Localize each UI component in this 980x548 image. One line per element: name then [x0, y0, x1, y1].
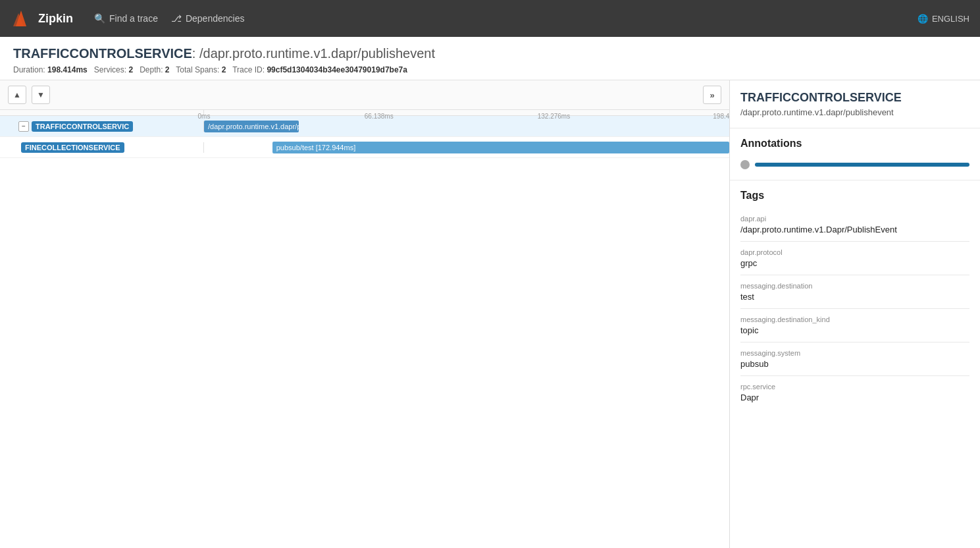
- annotations-area: [730, 160, 980, 180]
- span-bar-cell-1: /dapr.proto.runtime.v1.dapr/publishevent…: [204, 116, 729, 136]
- trace-duration: 198.414ms: [47, 65, 88, 74]
- tag-row-dapr-protocol: dapr.protocol grpc: [740, 241, 969, 275]
- tag-key-dapr-protocol: dapr.protocol: [740, 248, 969, 256]
- service-badge-2: FINECOLLECTIONSERVICE: [21, 142, 124, 153]
- tags-section-title: Tags: [730, 180, 980, 208]
- trace-total-spans: 2: [222, 65, 226, 74]
- timeline-header: 0ms 66.138ms 132.276ms 198.414ms: [0, 110, 729, 116]
- trace-path: : /dapr.proto.runtime.v1.dapr/publisheve…: [192, 46, 435, 61]
- service-column-header: [0, 110, 204, 115]
- tag-row-dapr-api: dapr.api /dapr.proto.runtime.v1.Dapr/Pub…: [740, 208, 969, 241]
- service-badge-1: TRAFFICCONTROLSERVIC: [32, 121, 133, 132]
- tag-row-messaging-destination: messaging.destination test: [740, 275, 969, 308]
- header-right: 🌐 ENGLISH: [917, 14, 969, 24]
- tag-value-messaging-destination: test: [740, 292, 969, 302]
- scroll-down-button[interactable]: ▼: [32, 86, 50, 104]
- tag-key-messaging-system: messaging.system: [740, 349, 969, 357]
- detail-path: /dapr.proto.runtime.v1.dapr/publishevent: [730, 107, 980, 128]
- nav-find-trace-label: Find a trace: [109, 13, 158, 24]
- main-nav: 🔍 Find a trace ⎇ Dependencies: [89, 11, 249, 26]
- tag-value-dapr-api: /dapr.proto.runtime.v1.Dapr/PublishEvent: [740, 225, 969, 234]
- nav-dependencies-label: Dependencies: [186, 13, 245, 24]
- zipkin-logo-icon: [11, 8, 32, 29]
- tag-value-dapr-protocol: grpc: [740, 258, 969, 268]
- collapse-button-1[interactable]: −: [18, 121, 29, 132]
- tag-row-messaging-destination-kind: messaging.destination_kind topic: [740, 308, 969, 342]
- annotations-section-title: Annotations: [730, 128, 980, 156]
- trace-meta: Duration: 198.414ms Services: 2 Depth: 2…: [13, 65, 967, 74]
- logo-area: Zipkin: [11, 8, 73, 29]
- expand-button[interactable]: »: [703, 86, 721, 104]
- tag-row-rpc-service: rpc.service Dapr: [740, 375, 969, 409]
- main-layout: ▲ ▼ » 0ms 66.138ms 132.276ms 198.414ms −…: [0, 80, 980, 548]
- dependencies-icon: ⎇: [171, 13, 182, 24]
- tag-value-messaging-destination-kind: topic: [740, 325, 969, 335]
- table-row[interactable]: − TRAFFICCONTROLSERVIC /dapr.proto.runti…: [0, 116, 729, 137]
- language-label: ENGLISH: [932, 14, 969, 24]
- tag-value-rpc-service: Dapr: [740, 393, 969, 402]
- timeline-scale: 0ms 66.138ms 132.276ms 198.414ms: [204, 110, 729, 115]
- nav-find-trace[interactable]: 🔍 Find a trace: [89, 11, 163, 26]
- detail-service-name: TRAFFICCONTROLSERVICE: [730, 80, 980, 107]
- trace-services: 2: [128, 65, 133, 74]
- language-icon: 🌐: [917, 14, 928, 24]
- table-row[interactable]: FINECOLLECTIONSERVICE pubsub/test [172.9…: [0, 137, 729, 158]
- app-title: Zipkin: [38, 12, 73, 26]
- tags-area: dapr.api /dapr.proto.runtime.v1.Dapr/Pub…: [730, 208, 980, 409]
- tag-key-dapr-api: dapr.api: [740, 215, 969, 223]
- slider-track: [755, 163, 969, 167]
- tag-key-messaging-destination-kind: messaging.destination_kind: [740, 315, 969, 323]
- tag-row-messaging-system: messaging.system pubsub: [740, 342, 969, 375]
- trace-depth: 2: [165, 65, 170, 74]
- trace-service-name: TRAFFICCONTROLSERVICE: [13, 46, 192, 61]
- service-cell-2: FINECOLLECTIONSERVICE: [0, 142, 204, 153]
- page-title: TRAFFICCONTROLSERVICE: /dapr.proto.runti…: [13, 46, 967, 61]
- tag-value-messaging-system: pubsub: [740, 359, 969, 369]
- detail-panel: TRAFFICCONTROLSERVICE /dapr.proto.runtim…: [730, 80, 980, 548]
- trace-toolbar: ▲ ▼ »: [0, 80, 729, 110]
- service-cell-1: − TRAFFICCONTROLSERVIC: [0, 121, 204, 132]
- nav-dependencies[interactable]: ⎇ Dependencies: [166, 11, 250, 26]
- trace-panel: ▲ ▼ » 0ms 66.138ms 132.276ms 198.414ms −…: [0, 80, 730, 548]
- page-header: TRAFFICCONTROLSERVICE: /dapr.proto.runti…: [0, 37, 980, 80]
- annotations-slider[interactable]: [740, 160, 969, 169]
- span-bar-2[interactable]: pubsub/test [172.944ms]: [272, 142, 729, 153]
- scroll-up-button[interactable]: ▲: [8, 86, 26, 104]
- span-bar-1[interactable]: /dapr.proto.runtime.v1.dapr/publishevent…: [204, 121, 299, 132]
- trace-id: 99cf5d1304034b34ee30479019d7be7a: [267, 65, 407, 74]
- slider-thumb: [740, 160, 750, 169]
- tag-key-messaging-destination: messaging.destination: [740, 282, 969, 290]
- search-icon: 🔍: [94, 13, 105, 24]
- app-header: Zipkin 🔍 Find a trace ⎇ Dependencies 🌐 E…: [0, 0, 980, 37]
- span-bar-cell-2: pubsub/test [172.944ms]: [204, 137, 729, 157]
- trace-rows: − TRAFFICCONTROLSERVIC /dapr.proto.runti…: [0, 116, 729, 548]
- tag-key-rpc-service: rpc.service: [740, 383, 969, 391]
